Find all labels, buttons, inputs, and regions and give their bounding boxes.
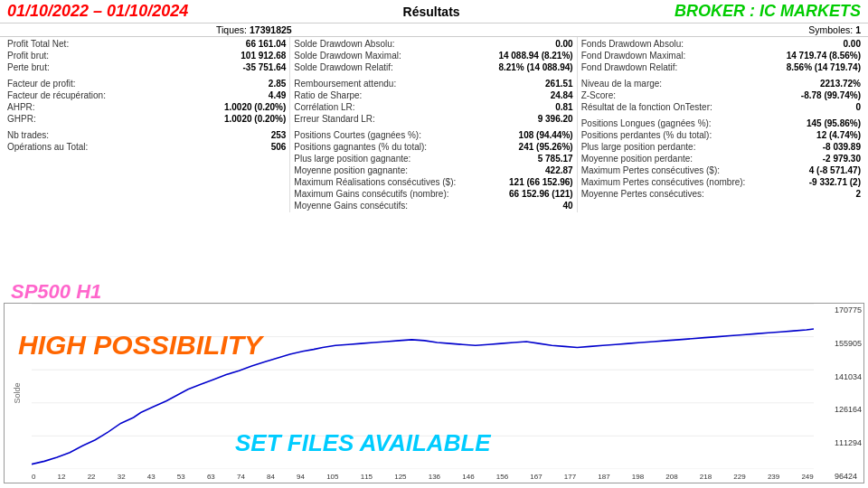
stat-row: Remboursement attendu: 261.51: [294, 78, 572, 89]
stat-row: Solde Drawdown Absolu: 0.00: [294, 38, 572, 50]
stat-row: Z-Score: -8.78 (99.74%): [581, 89, 861, 101]
y-label: 155905: [835, 339, 862, 348]
y-label: 141034: [835, 372, 862, 381]
stats-col-3: Fonds Drawdown Absolu: 0.00 Fond Drawdow…: [578, 37, 864, 212]
stats-col-1: Profit Total Net: 66 161.04 Profit brut:…: [4, 37, 290, 212]
x-label: 53: [177, 473, 185, 481]
x-label: 43: [147, 473, 156, 481]
x-label: 229: [733, 473, 745, 481]
x-label: 156: [496, 473, 508, 481]
x-label: 167: [530, 473, 542, 481]
stat-row: Résultat de la fonction OnTester: 0: [581, 101, 861, 113]
x-label: 94: [297, 473, 305, 481]
stat-row: Niveau de la marge: 2213.72%: [581, 78, 861, 89]
stat-row: Fond Drawdown Relatif: 8.56% (14 719.74): [581, 61, 861, 73]
x-label: 74: [237, 473, 245, 481]
x-label: 84: [267, 473, 275, 481]
stat-row: Plus large position perdante: -8 039.89: [581, 141, 861, 153]
stat-row: Plus large position gagnante: 5 785.17: [294, 153, 572, 164]
stat-row: Maximum Pertes consécutives ($): 4 (-8 5…: [581, 164, 861, 176]
symboles-value: 1: [855, 24, 861, 35]
sp500-label: SP500 H1: [11, 280, 101, 304]
stat-row: Moyenne position perdante: -2 979.30: [581, 153, 861, 164]
x-label: 125: [394, 473, 406, 481]
stat-row: Moyenne Gains consécutifs: 40: [294, 200, 572, 211]
stat-row: Fond Drawdown Maximal: 14 719.74 (8.56%): [581, 50, 861, 61]
stat-row: Positions gagnantes (% du total): 241 (9…: [294, 141, 572, 153]
y-axis: 170775 155905 141034 126164 111294 96424: [835, 304, 862, 483]
stat-row: Maximum Pertes consécutives (nombre): -9…: [581, 176, 861, 188]
x-label: 177: [564, 473, 576, 481]
x-label: 249: [801, 473, 813, 481]
stat-row: Erreur Standard LR: 9 396.20: [294, 113, 572, 125]
y-label: 96424: [835, 472, 862, 481]
stat-row: Profit brut: 101 912.68: [7, 50, 286, 61]
x-label: 198: [632, 473, 644, 481]
stat-row: Fonds Drawdown Absolu: 0.00: [581, 38, 861, 50]
y-label: 126164: [835, 405, 862, 414]
tiques-value: 17391825: [250, 24, 292, 35]
y-label: 170775: [835, 305, 862, 314]
stat-row: Corrélation LR: 0.81: [294, 101, 572, 113]
x-label: 22: [88, 473, 96, 481]
header: 01/10/2022 – 01/10/2024 Résultats BROKER…: [0, 0, 868, 23]
chart-sidebar-label: Solde: [13, 382, 22, 403]
set-files-label: SET FILES AVAILABLE: [235, 429, 491, 457]
stat-row: Solde Drawdown Relatif: 8.21% (14 088.94…: [294, 61, 572, 73]
stat-row: AHPR: 1.0020 (0.20%): [7, 101, 286, 113]
stat-row: Facteur de profit: 2.85: [7, 78, 286, 89]
stat-row: Nb trades: 253: [7, 129, 286, 141]
stats-grid: Profit Total Net: 66 161.04 Profit brut:…: [4, 37, 864, 212]
x-label: 0: [32, 473, 35, 481]
x-label: 115: [361, 473, 373, 481]
stat-row: Profit Total Net: 66 161.04: [7, 38, 286, 50]
stat-row: Ratio de Sharpe: 24.84: [294, 89, 572, 101]
stat-row: Maximum Réalisations consécutives ($): 1…: [294, 176, 572, 188]
stat-row: Solde Drawdown Maximal: 14 088.94 (8.21%…: [294, 50, 572, 61]
stat-row: Opérations au Total: 506: [7, 141, 286, 153]
x-label: 63: [207, 473, 215, 481]
tiques-label: Tiques:: [216, 24, 247, 35]
stat-row: Positions Longues (gagnées %): 145 (95.8…: [581, 117, 861, 129]
symboles-label: Symboles:: [808, 24, 853, 35]
stat-row: Moyenne Pertes consécutives: 2: [581, 188, 861, 200]
page-title: Résultats: [188, 5, 675, 19]
stat-row: Maximum Gains consécutifs (nombre): 66 1…: [294, 188, 572, 200]
broker-label: BROKER : IC MARKETS: [675, 2, 861, 21]
x-label: 218: [700, 473, 712, 481]
x-label: 208: [665, 473, 677, 481]
stat-row: GHPR: 1.0020 (0.20%): [7, 113, 286, 125]
high-possibility-label: HIGH POSSIBILITY: [18, 330, 262, 361]
x-label: 187: [598, 473, 609, 481]
x-label: 146: [462, 473, 474, 481]
stat-row: Moyenne position gagnante: 422.87: [294, 164, 572, 176]
x-label: 136: [429, 473, 440, 481]
stats-col-2: Solde Drawdown Absolu: 0.00 Solde Drawdo…: [290, 37, 577, 212]
x-label: 105: [326, 473, 338, 481]
x-label: 32: [118, 473, 126, 481]
stat-row: Perte brut: -35 751.64: [7, 61, 286, 73]
x-axis: 0 12 22 32 43 53 63 74 84 94 105 115 125…: [32, 473, 814, 481]
stat-row: Facteur de récupération: 4.49: [7, 89, 286, 101]
x-label: 12: [58, 473, 66, 481]
date-range: 01/10/2022 – 01/10/2024: [7, 2, 188, 21]
y-label: 111294: [835, 438, 862, 447]
x-label: 239: [768, 473, 779, 481]
stat-row: Positions Courtes (gagnées %): 108 (94.4…: [294, 129, 572, 141]
stat-row: Positions perdantes (% du total): 12 (4.…: [581, 129, 861, 141]
